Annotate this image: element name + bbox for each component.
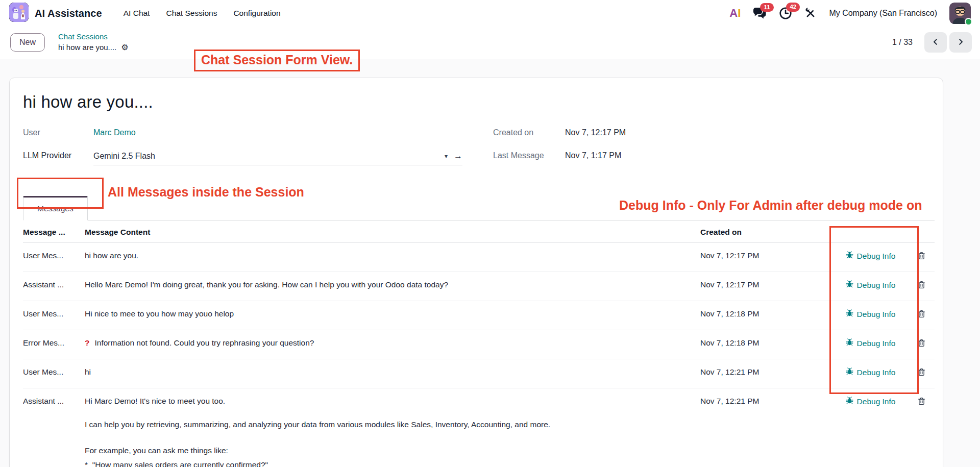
bug-icon	[846, 338, 853, 348]
cell-message-type[interactable]: Assistant ...	[23, 388, 85, 467]
cell-created-on[interactable]: Nov 7, 12:18 PM	[700, 301, 828, 330]
header-created-on[interactable]: Created on	[700, 220, 828, 243]
cell-created-on[interactable]: Nov 7, 12:21 PM	[700, 359, 828, 388]
table-row[interactable]: Error Mes... ?Information not found. Cou…	[23, 330, 935, 359]
bug-icon	[846, 309, 853, 319]
user-field-value[interactable]: Marc Demo	[93, 128, 136, 137]
table-row[interactable]: Assistant ... Hello Marc Demo! I'm doing…	[23, 272, 935, 301]
cell-message-type[interactable]: User Mes...	[23, 359, 85, 388]
tools-icon	[804, 7, 817, 19]
cell-created-on[interactable]: Nov 7, 12:17 PM	[700, 243, 828, 272]
screen: AI Assistance AI Chat Chat Sessions Conf…	[0, 0, 980, 467]
pager-next-button[interactable]	[949, 32, 972, 53]
assistant-extra-line: For example, you can ask me things like:	[85, 446, 696, 455]
cell-message-content[interactable]: hi	[85, 359, 700, 388]
activities-badge: 42	[786, 3, 800, 12]
trash-icon	[917, 312, 926, 320]
form-sheet: hi how are you.... User Marc Demo LLM Pr…	[9, 78, 943, 467]
cell-message-content[interactable]: Hi Marc Demo! It's nice to meet you too.…	[85, 388, 700, 467]
online-status-dot	[965, 18, 972, 26]
activities-tray-button[interactable]: 42	[779, 7, 792, 20]
header-message-type[interactable]: Message ...	[23, 220, 85, 243]
cell-message-type[interactable]: Assistant ...	[23, 272, 85, 301]
delete-row-button[interactable]	[917, 338, 926, 349]
systray: AI 11 42	[729, 3, 971, 24]
bug-icon	[846, 251, 853, 261]
llm-provider-value[interactable]: Gemini 2.5 Flash	[93, 152, 155, 161]
cell-message-type[interactable]: User Mes...	[23, 301, 85, 330]
breadcrumb-current: hi how are you....	[58, 42, 116, 53]
bug-icon	[846, 397, 853, 406]
cell-message-content[interactable]: Hello Marc Demo! I'm doing great, thank …	[85, 272, 700, 301]
cell-created-on[interactable]: Nov 7, 12:18 PM	[700, 330, 828, 359]
delete-row-button[interactable]	[917, 280, 926, 291]
gear-icon[interactable]: ⚙	[121, 42, 128, 53]
tab-messages[interactable]: Messages	[23, 196, 88, 220]
app-logo-icon	[9, 3, 29, 24]
trash-icon	[917, 400, 926, 407]
cell-message-content[interactable]: Hi nice to mee to you how may youo helop	[85, 301, 700, 330]
cell-message-content[interactable]: hi how are you.	[85, 243, 700, 272]
table-row[interactable]: User Mes... hi Nov 7, 12:21 PM Debug Inf…	[23, 359, 935, 388]
error-question-icon: ?	[85, 338, 89, 347]
debug-info-button[interactable]: Debug Info	[846, 280, 896, 290]
record-pager: 1 / 33	[892, 32, 972, 53]
created-on-field-value: Nov 7, 12:17 PM	[565, 128, 626, 137]
user-field-label: User	[23, 128, 93, 137]
table-row[interactable]: Assistant ... Hi Marc Demo! It's nice to…	[23, 388, 935, 467]
app-brand[interactable]: AI Assistance	[9, 3, 102, 24]
table-row[interactable]: User Mes... Hi nice to mee to you how ma…	[23, 301, 935, 330]
menu-configuration[interactable]: Configuration	[225, 5, 288, 22]
llm-provider-field[interactable]: Gemini 2.5 Flash ▾ →	[93, 151, 462, 165]
breadcrumb-chat-sessions[interactable]: Chat Sessions	[58, 32, 129, 42]
debug-info-button[interactable]: Debug Info	[846, 251, 896, 261]
breadcrumb: Chat Sessions hi how are you.... ⚙	[58, 32, 129, 53]
cell-created-on[interactable]: Nov 7, 12:21 PM	[700, 388, 828, 467]
debug-info-button[interactable]: Debug Info	[846, 397, 896, 406]
debug-info-label: Debug Info	[857, 310, 896, 319]
header-message-content[interactable]: Message Content	[85, 220, 700, 243]
messages-table: Message ... Message Content Created on U…	[23, 220, 935, 467]
debug-info-label: Debug Info	[857, 397, 896, 406]
messages-badge: 11	[760, 3, 773, 12]
pager-previous-button[interactable]	[924, 32, 947, 53]
cell-message-type[interactable]: Error Mes...	[23, 330, 85, 359]
last-message-field-label: Last Message	[493, 151, 565, 160]
delete-row-button[interactable]	[917, 309, 926, 320]
debug-info-label: Debug Info	[857, 252, 896, 261]
table-header-row: Message ... Message Content Created on	[23, 220, 935, 243]
assistant-extra-line: * "How many sales orders are currently c…	[85, 460, 696, 467]
new-button[interactable]: New	[10, 33, 45, 52]
last-message-field-value: Nov 7, 1:17 PM	[565, 151, 621, 160]
navbar-menus: AI Chat Chat Sessions Configuration	[115, 5, 289, 22]
menu-ai-chat[interactable]: AI Chat	[115, 5, 158, 22]
cell-message-type[interactable]: User Mes...	[23, 243, 85, 272]
delete-row-button[interactable]	[917, 251, 926, 262]
company-switcher[interactable]: My Company (San Francisco)	[829, 9, 937, 18]
chevron-left-icon	[931, 37, 940, 48]
cell-message-content[interactable]: ?Information not found. Could you try re…	[85, 330, 700, 359]
menu-chat-sessions[interactable]: Chat Sessions	[158, 5, 225, 22]
delete-row-button[interactable]	[917, 397, 926, 407]
record-title: hi how are you....	[23, 92, 935, 112]
chevron-down-icon[interactable]: ▾	[445, 153, 448, 160]
top-navbar: AI Assistance AI Chat Chat Sessions Conf…	[0, 0, 980, 27]
debug-info-button[interactable]: Debug Info	[846, 338, 896, 348]
delete-row-button[interactable]	[917, 367, 926, 378]
messages-tray-button[interactable]: 11	[753, 7, 767, 20]
bug-icon	[846, 367, 853, 377]
cell-created-on[interactable]: Nov 7, 12:17 PM	[700, 272, 828, 301]
debug-tools-button[interactable]	[804, 7, 817, 19]
llm-provider-field-label: LLM Provider	[23, 151, 93, 160]
table-row[interactable]: User Mes... hi how are you. Nov 7, 12:17…	[23, 243, 935, 272]
debug-info-label: Debug Info	[857, 368, 896, 377]
debug-info-button[interactable]: Debug Info	[846, 309, 896, 319]
created-on-field-label: Created on	[493, 128, 565, 137]
trash-icon	[917, 341, 926, 349]
internal-link-arrow-icon[interactable]: →	[454, 151, 462, 161]
trash-icon	[917, 254, 926, 262]
content-area: hi how are you.... User Marc Demo LLM Pr…	[0, 59, 980, 467]
bug-icon	[846, 280, 853, 290]
debug-info-button[interactable]: Debug Info	[846, 367, 896, 377]
user-menu[interactable]	[949, 3, 971, 24]
